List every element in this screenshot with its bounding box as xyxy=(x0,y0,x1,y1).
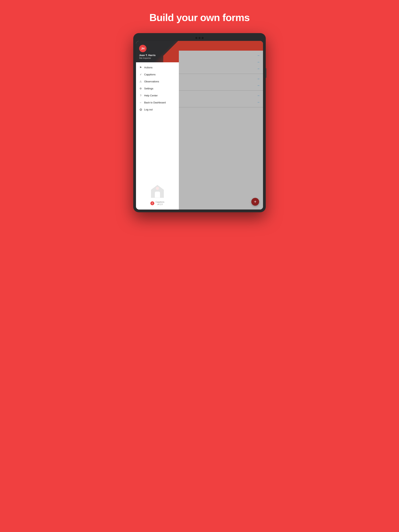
sidebar-item-label-help: Help Center xyxy=(144,94,158,97)
content-row: → xyxy=(182,53,260,58)
content-row: → xyxy=(182,99,260,105)
page-headline: Build your own forms xyxy=(149,12,250,23)
main-content: → → → → → xyxy=(179,41,263,209)
question-icon: ? xyxy=(139,94,142,97)
content-row: → xyxy=(182,93,260,99)
footer-bottom: C Capptions v4.1.0 xyxy=(150,201,164,206)
sidebar-item-label-settings: Settings xyxy=(144,87,153,90)
sidebar-item-dashboard[interactable]: ← Back to Dashboard xyxy=(136,99,179,106)
fab-add-button[interactable]: + xyxy=(251,198,259,206)
content-section-1: → → → xyxy=(179,51,263,74)
sidebar-item-settings[interactable]: ⚙ Settings xyxy=(136,85,179,92)
svg-point-0 xyxy=(156,187,159,190)
sidebar-item-label-logout: Log out xyxy=(144,108,153,111)
arrow-icon-6[interactable]: → xyxy=(257,94,260,97)
arrow-icon-4[interactable]: → xyxy=(257,77,260,81)
brand-c-icon: C xyxy=(150,201,154,205)
content-row: → xyxy=(182,76,260,82)
sidebar-item-capptions[interactable]: ✓ Capptions xyxy=(136,71,179,78)
sidebar-item-label-capptions: Capptions xyxy=(144,73,156,76)
content-section-4 xyxy=(179,108,263,209)
arrow-icon-7[interactable]: → xyxy=(257,101,260,104)
flag-icon: ⚑ xyxy=(139,66,142,69)
power-icon: ⏻ xyxy=(139,108,142,111)
footer-logo xyxy=(149,183,166,200)
content-section-3: → → xyxy=(179,91,263,107)
tablet-frame: JH Jean T. Harris Site Inspector ⚑ Actio… xyxy=(133,33,266,212)
sidebar-item-observations[interactable]: ⚠ Observations xyxy=(136,78,179,85)
sidebar-item-actions[interactable]: ⚑ Actions xyxy=(136,64,179,71)
arrow-left-icon: ← xyxy=(139,101,142,104)
sidebar-header: JH Jean T. Harris Site Inspector xyxy=(136,41,179,62)
sidebar-item-label-actions: Actions xyxy=(144,66,153,69)
user-name: Jean T. Harris xyxy=(139,54,176,57)
camera-dot-right xyxy=(202,37,204,39)
arrow-icon-2[interactable]: → xyxy=(257,60,260,64)
warning-icon: ⚠ xyxy=(139,80,142,83)
sidebar-item-label-dashboard: Back to Dashboard xyxy=(144,101,166,104)
sidebar-item-logout[interactable]: ⏻ Log out xyxy=(136,106,179,113)
content-body: → → → → → xyxy=(179,51,263,209)
content-row: → xyxy=(182,82,260,89)
camera-dot-left xyxy=(195,37,197,39)
tablet-top-bar xyxy=(136,36,263,40)
content-section-2: → → xyxy=(179,74,263,90)
arrow-icon-3[interactable]: → xyxy=(257,67,260,70)
content-row: → xyxy=(182,59,260,65)
sidebar-footer: C Capptions v4.1.0 xyxy=(136,180,179,209)
brand-name: Capptions v4.1.0 xyxy=(155,201,164,206)
sidebar: JH Jean T. Harris Site Inspector ⚑ Actio… xyxy=(136,41,179,209)
sidebar-item-help[interactable]: ? Help Center xyxy=(136,92,179,99)
arrow-icon-1[interactable]: → xyxy=(257,54,260,57)
camera-dot-center xyxy=(199,37,200,39)
check-icon: ✓ xyxy=(139,73,142,76)
avatar: JH xyxy=(139,45,147,52)
sidebar-item-label-observations: Observations xyxy=(144,80,159,83)
tablet-screen: JH Jean T. Harris Site Inspector ⚑ Actio… xyxy=(136,41,263,209)
content-row: → xyxy=(182,66,260,72)
content-header xyxy=(179,41,263,51)
user-role: Site Inspector xyxy=(139,57,176,59)
gear-icon: ⚙ xyxy=(139,87,142,90)
sidebar-nav: ⚑ Actions ✓ Capptions ⚠ Observations ⚙ S… xyxy=(136,62,179,180)
arrow-icon-5[interactable]: → xyxy=(257,84,260,87)
